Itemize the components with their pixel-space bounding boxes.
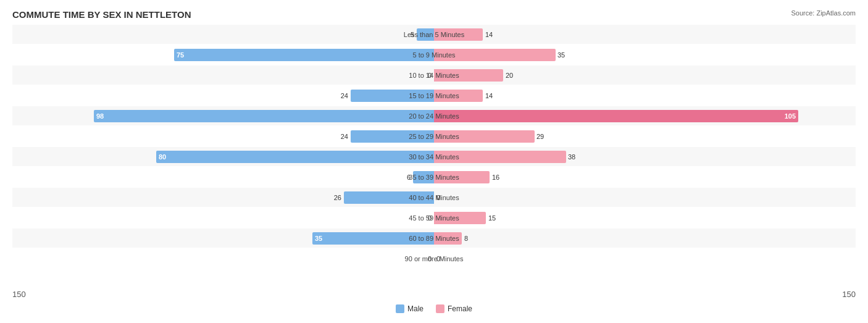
male-value-outside: 26 [334, 194, 341, 201]
legend-female: Female [436, 304, 472, 313]
bar-female: 38 [434, 151, 566, 163]
bar-male [417, 28, 434, 41]
axis-left-label: 150 [12, 290, 26, 299]
male-value-outside: 24 [341, 92, 348, 99]
female-value: 8 [464, 235, 468, 242]
bar-female: 14 [434, 90, 483, 102]
chart-row: 26040 to 44 Minutes [12, 188, 856, 207]
bar-female: 8 [434, 232, 462, 245]
legend-male-label: Male [407, 304, 424, 313]
legend: Male Female [12, 304, 856, 313]
male-value-outside: 24 [341, 133, 348, 140]
bar-male [351, 130, 434, 143]
male-value-zero: 0 [428, 214, 432, 222]
chart-area: 514Less than 5 Minutes75355 to 9 Minutes… [12, 25, 856, 284]
bar-female: 35 [434, 49, 556, 61]
male-value: 35 [315, 235, 322, 242]
bar-female: 14 [434, 28, 483, 41]
female-value: 105 [785, 112, 796, 120]
axis-right-label: 150 [842, 290, 856, 299]
bar-male: 35 [312, 232, 434, 245]
bar-male: 80 [156, 151, 434, 163]
bar-female: 20 [434, 69, 503, 82]
chart-row: 01545 to 59 Minutes [12, 208, 856, 227]
bar-male [351, 90, 434, 102]
bar-female: 105 [434, 110, 798, 122]
legend-male-box [396, 304, 404, 313]
chart-row: 803830 to 34 Minutes [12, 147, 856, 166]
female-value: 16 [492, 174, 499, 181]
legend-female-box [436, 304, 444, 313]
legend-female-label: Female [448, 304, 472, 313]
bar-female: 29 [434, 130, 535, 143]
male-value-outside: 6 [407, 174, 411, 181]
bar-male: 98 [94, 110, 434, 122]
female-value: 14 [485, 31, 493, 38]
female-value-zero: 0 [436, 255, 440, 262]
chart-row: 61635 to 39 Minutes [12, 167, 856, 187]
chart-row: 514Less than 5 Minutes [12, 25, 856, 44]
male-value: 80 [159, 153, 166, 161]
chart-row: 241415 to 19 Minutes [12, 86, 856, 105]
male-value-zero: 0 [428, 255, 432, 262]
chart-row: 0090 or more Minutes [12, 249, 856, 268]
chart-row: 75355 to 9 Minutes [12, 45, 856, 64]
chart-row: 35860 to 89 Minutes [12, 229, 856, 248]
source-label: Source: ZipAtlas.com [791, 9, 856, 17]
female-value-zero: 0 [436, 194, 440, 201]
male-value: 98 [96, 112, 104, 120]
legend-male: Male [396, 304, 424, 313]
male-value-zero: 0 [428, 72, 432, 79]
female-value: 14 [485, 92, 493, 99]
bar-female: 15 [434, 212, 486, 224]
bar-male [413, 171, 434, 183]
bar-male [344, 191, 434, 204]
chart-title: COMMUTE TIME BY SEX IN NETTLETON [12, 9, 856, 20]
chart-container: COMMUTE TIME BY SEX IN NETTLETON Source:… [0, 0, 868, 323]
female-value: 20 [506, 72, 513, 79]
bar-female: 16 [434, 171, 490, 183]
female-value: 15 [488, 214, 496, 222]
axis-bottom: 150 150 [12, 287, 856, 302]
bar-male: 75 [174, 49, 434, 61]
male-value-outside: 5 [411, 31, 414, 38]
chart-row: 9810520 to 24 Minutes [12, 106, 856, 125]
chart-row: 02010 to 14 Minutes [12, 65, 856, 85]
male-value: 75 [177, 51, 184, 59]
chart-row: 242925 to 29 Minutes [12, 127, 856, 146]
